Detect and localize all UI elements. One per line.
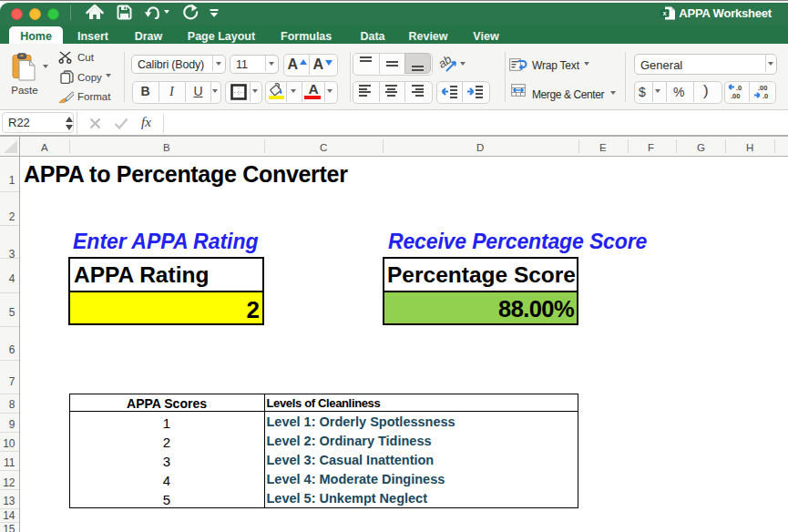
svg-text:.0: .0 [762,92,768,100]
svg-text:.00: .00 [731,92,740,100]
svg-text:.0: .0 [736,84,742,92]
svg-text:.00: .00 [758,84,767,92]
